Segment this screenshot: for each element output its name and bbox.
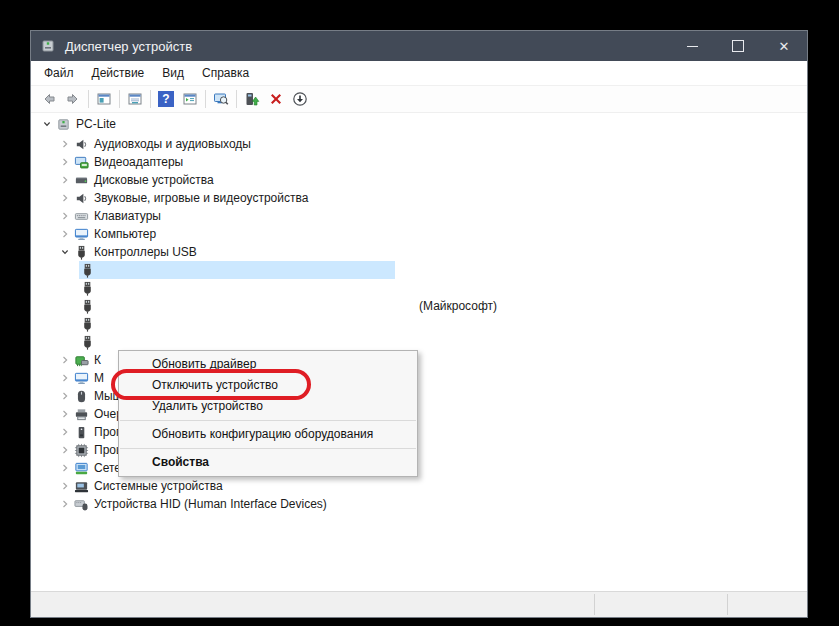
- maximize-button[interactable]: [715, 31, 761, 61]
- console-tree-icon: [96, 91, 112, 107]
- back-button[interactable]: [37, 88, 61, 110]
- annotation-ellipse: [111, 369, 311, 400]
- chevron-right-icon[interactable]: [57, 424, 73, 440]
- uninstall-icon: [268, 91, 284, 107]
- tree-item-computer[interactable]: Компьютер: [31, 225, 807, 243]
- chevron-right-icon[interactable]: [57, 190, 73, 206]
- chevron-right-icon[interactable]: [57, 442, 73, 458]
- title-bar: Диспетчер устройств ✕: [31, 31, 807, 61]
- network-adapter-icon: [73, 460, 89, 476]
- chevron-right-icon[interactable]: [57, 352, 73, 368]
- forward-icon: [65, 91, 81, 107]
- chevron-right-icon[interactable]: [57, 478, 73, 494]
- monitor-icon: [73, 370, 89, 386]
- update-driver-icon: [244, 91, 260, 107]
- tree-item-label: Устройства HID (Human Interface Devices): [94, 497, 327, 511]
- tree-item-sound[interactable]: Звуковые, игровые и видеоустройства: [31, 189, 807, 207]
- tree-item-disks[interactable]: Дисковые устройства: [31, 171, 807, 189]
- minimize-button[interactable]: [669, 31, 715, 61]
- usb-icon: [79, 334, 95, 350]
- tree-item-label: К: [94, 353, 101, 367]
- tree-item-label: PC-Lite: [76, 117, 116, 131]
- maximize-icon: [732, 40, 744, 52]
- chevron-expanded-icon[interactable]: [57, 244, 73, 260]
- window-controls: ✕: [669, 31, 807, 61]
- window-list-button[interactable]: [178, 88, 202, 110]
- scan-hardware-button[interactable]: [209, 88, 233, 110]
- uninstall-device-button[interactable]: [264, 88, 288, 110]
- status-bar-separator: [594, 594, 595, 615]
- context-menu-item-properties[interactable]: Свойства: [119, 452, 417, 473]
- chevron-right-icon[interactable]: [57, 226, 73, 242]
- chevron-right-icon[interactable]: [57, 154, 73, 170]
- toolbar-separator: [88, 90, 89, 108]
- tree-item-usb-device-selected[interactable]: [31, 261, 807, 279]
- computer-icon: [55, 116, 71, 132]
- tree-item-audio[interactable]: Аудиовходы и аудиовыходы: [31, 135, 807, 153]
- storage-controller-icon: [73, 352, 89, 368]
- tree-item-usb-controllers[interactable]: Контроллеры USB: [31, 243, 807, 261]
- context-menu-separator: [120, 448, 416, 449]
- window-list-icon: [182, 91, 198, 107]
- toolbar-separator: [205, 90, 206, 108]
- chevron-right-icon[interactable]: [57, 406, 73, 422]
- chevron-right-icon[interactable]: [57, 370, 73, 386]
- tree-item-video[interactable]: Видеоадаптеры: [31, 153, 807, 171]
- usb-icon: [79, 298, 95, 314]
- menu-view[interactable]: Вид: [153, 61, 193, 85]
- chevron-right-icon[interactable]: [57, 208, 73, 224]
- tree-item-keyboards[interactable]: Клавиатуры: [31, 207, 807, 225]
- chevron-right-icon[interactable]: [57, 460, 73, 476]
- printer-icon: [73, 406, 89, 422]
- menu-bar: Файл Действие Вид Справка: [31, 61, 807, 86]
- device-tree: PC-Lite Аудиовходы и аудиовыходы: [31, 113, 807, 591]
- chevron-right-icon[interactable]: [57, 388, 73, 404]
- keyboard-icon: [73, 208, 89, 224]
- tree-item-label: Дисковые устройства: [94, 173, 214, 187]
- toolbar: ?: [31, 86, 807, 113]
- tree-item-hid-devices[interactable]: Устройства HID (Human Interface Devices): [31, 495, 807, 513]
- speaker-icon: [73, 190, 89, 206]
- tree-item-usb-device[interactable]: [31, 333, 807, 351]
- disk-icon: [73, 172, 89, 188]
- help-icon: ?: [158, 91, 174, 107]
- cpu-icon: [73, 442, 89, 458]
- help-button[interactable]: ?: [154, 88, 178, 110]
- status-bar: [31, 591, 807, 617]
- properties-button[interactable]: [123, 88, 147, 110]
- mouse-icon: [73, 388, 89, 404]
- menu-action[interactable]: Действие: [83, 61, 154, 85]
- usb-icon: [79, 262, 95, 278]
- minimize-icon: [687, 46, 698, 47]
- chevron-right-icon[interactable]: [57, 136, 73, 152]
- tree-item-label-fragment: (Майкрософт): [419, 299, 497, 313]
- tree-item-label: Компьютер: [94, 227, 156, 241]
- forward-button[interactable]: [61, 88, 85, 110]
- menu-file[interactable]: Файл: [35, 61, 83, 85]
- update-driver-button[interactable]: [240, 88, 264, 110]
- tree-item-system-devices[interactable]: Системные устройства: [31, 477, 807, 495]
- tree-item-label: Контроллеры USB: [94, 245, 197, 259]
- tree-item-label: Системные устройства: [94, 479, 223, 493]
- disable-device-button[interactable]: [288, 88, 312, 110]
- chevron-expanded-icon[interactable]: [39, 116, 55, 132]
- tree-item-usb-device[interactable]: [31, 315, 807, 333]
- close-icon: ✕: [779, 40, 790, 53]
- hid-icon: [73, 496, 89, 512]
- tree-item-label: Клавиатуры: [94, 209, 161, 223]
- chevron-right-icon[interactable]: [57, 172, 73, 188]
- context-menu-item-scan-hardware[interactable]: Обновить конфигурацию оборудования: [119, 424, 417, 445]
- display-adapter-icon: [73, 154, 89, 170]
- chevron-right-icon[interactable]: [57, 496, 73, 512]
- console-tree-button[interactable]: [92, 88, 116, 110]
- tree-item-usb-device[interactable]: [31, 279, 807, 297]
- tree-item-pc-lite[interactable]: PC-Lite: [31, 113, 807, 135]
- device-manager-window: Диспетчер устройств ✕ Файл Действие Вид …: [30, 30, 808, 618]
- system-device-icon: [73, 478, 89, 494]
- close-button[interactable]: ✕: [761, 31, 807, 61]
- tree-item-usb-device-microsoft[interactable]: (Майкрософт): [31, 297, 807, 315]
- scan-hardware-icon: [213, 91, 229, 107]
- toolbar-separator: [119, 90, 120, 108]
- disable-device-icon: [292, 91, 308, 107]
- menu-help[interactable]: Справка: [193, 61, 258, 85]
